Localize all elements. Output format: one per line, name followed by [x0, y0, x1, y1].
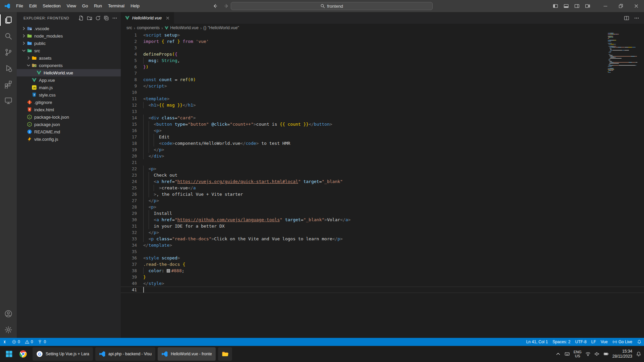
status-errors[interactable]: 0	[9, 338, 22, 346]
new-file-icon[interactable]	[78, 15, 84, 21]
tray-language[interactable]: ENGUS	[574, 350, 582, 358]
code-line: 40</style>	[121, 280, 644, 287]
vue-file-icon	[125, 15, 130, 20]
breadcrumbs: src›components›HelloWorld.vue›{ }"HelloW…	[121, 24, 644, 32]
code-line: 41	[121, 287, 644, 293]
menu-selection[interactable]: Selection	[40, 0, 63, 12]
line-number: 38	[121, 267, 137, 274]
tree-item-helloworld-vue[interactable]: HelloWorld.vue	[17, 69, 121, 76]
activitybar-explorer[interactable]	[0, 12, 17, 28]
status-encoding[interactable]: UTF-8	[573, 338, 589, 346]
toggle-panel-icon[interactable]	[564, 3, 569, 9]
forward-arrow-icon[interactable]	[224, 3, 229, 9]
split-editor-icon[interactable]	[624, 15, 629, 21]
code-line: 30 <a href="https://github.com/vuejs/lan…	[121, 217, 644, 223]
line-number: 37	[121, 261, 137, 267]
toggle-secondary-sidebar-icon[interactable]	[574, 3, 580, 9]
tree-item--gitignore[interactable]: .gitignore	[17, 99, 121, 106]
status-cursor-position[interactable]: Ln 41, Col 1	[524, 338, 550, 346]
refresh-icon[interactable]	[95, 15, 101, 21]
activitybar-search[interactable]	[0, 28, 17, 44]
tree-item-src[interactable]: </>src	[17, 47, 121, 54]
activitybar-accounts[interactable]	[0, 306, 17, 322]
back-arrow-icon[interactable]	[213, 3, 218, 9]
tree-item--vscode[interactable]: .vscode	[17, 25, 121, 32]
status-go-live[interactable]: Go Live	[610, 338, 635, 346]
status-warnings[interactable]: 0	[22, 338, 36, 346]
activitybar-extensions[interactable]	[0, 76, 17, 93]
tree-item-readme-md[interactable]: iREADME.md	[17, 128, 121, 135]
code-line: 36<style scoped>	[121, 255, 644, 261]
tab-close-icon[interactable]	[165, 16, 170, 20]
tray-wifi-icon[interactable]	[585, 351, 591, 357]
breadcrumb-item[interactable]: HelloWorld.vue	[164, 25, 199, 30]
tray-volume-icon[interactable]	[594, 351, 600, 357]
toggle-sidebar-icon[interactable]	[553, 3, 558, 9]
menu-view[interactable]: View	[64, 0, 79, 12]
menu-terminal[interactable]: Terminal	[105, 0, 127, 12]
status-indentation[interactable]: Spaces: 2	[550, 338, 573, 346]
menu-run[interactable]: Run	[91, 0, 105, 12]
explorer-window[interactable]	[218, 347, 232, 361]
tray-bell-icon[interactable]	[636, 351, 641, 357]
tray-keyboard-icon[interactable]	[565, 351, 570, 357]
code-line: 39}	[121, 274, 644, 280]
close-button[interactable]	[629, 0, 644, 12]
tree-item-node-modules[interactable]: node_modules	[17, 32, 121, 40]
tree-item-package-lock-json[interactable]: jspackage-lock.json	[17, 113, 121, 121]
status-ports[interactable]: 0	[35, 338, 48, 346]
status-eol[interactable]: LF	[589, 338, 598, 346]
tray-chev-up-icon[interactable]	[555, 351, 561, 357]
activitybar-settings[interactable]	[0, 322, 17, 338]
minimap[interactable]	[608, 33, 639, 74]
vscode-folder-icon	[26, 26, 32, 31]
vue-icon	[164, 26, 169, 30]
restore-button[interactable]	[613, 0, 629, 12]
tree-item-vite-config-js[interactable]: vite.config.js	[17, 135, 121, 143]
menu-help[interactable]: Help	[127, 0, 143, 12]
line-number: 40	[121, 280, 137, 287]
code-editor[interactable]: 1<script setup>2import { ref } from 'vue…	[121, 32, 644, 338]
customize-layout-icon[interactable]	[585, 3, 590, 9]
menu-go[interactable]: Go	[79, 0, 91, 12]
vscode-backend-window[interactable]: api.php - backend - Visu	[95, 347, 155, 361]
status-language-mode[interactable]: Vue	[598, 338, 610, 346]
minimize-button[interactable]	[598, 0, 613, 12]
breadcrumb-item[interactable]: components	[137, 25, 160, 30]
editor-more-actions-icon[interactable]	[634, 15, 639, 21]
tree-item-package-json[interactable]: jspackage.json	[17, 121, 121, 128]
tree-item-assets[interactable]: assets	[17, 54, 121, 62]
vscode-frontend-window[interactable]: HelloWorld.vue - fronte	[158, 347, 216, 361]
start-button[interactable]	[2, 347, 16, 361]
tree-item-public[interactable]: public	[17, 40, 121, 47]
activitybar-source-control[interactable]	[0, 44, 17, 60]
activitybar-remote-explorer[interactable]	[0, 93, 17, 109]
code-line: 18 <code>components/HelloWorld.vue</code…	[121, 140, 644, 146]
tree-item-style-css[interactable]: 3style.css	[17, 91, 121, 99]
more-icon[interactable]	[112, 15, 117, 21]
new-folder-icon[interactable]	[87, 15, 92, 21]
menu-file[interactable]: File	[13, 0, 26, 12]
tree-item-index-html[interactable]: 5index.html	[17, 106, 121, 113]
tree-item-app-vue[interactable]: App.vue	[17, 76, 121, 84]
breadcrumb-item[interactable]: src	[126, 25, 132, 30]
breadcrumb-item[interactable]: { }"HelloWorld.vue"	[203, 25, 239, 30]
code-line: 38 color: #888;	[121, 267, 644, 274]
code-line: 5 msg: String,	[121, 57, 644, 64]
line-number: 18	[121, 140, 137, 146]
collapse-all-icon[interactable]	[104, 15, 109, 21]
tree-item-components[interactable]: components	[17, 62, 121, 69]
tab-helloworld[interactable]: HelloWorld.vue	[121, 12, 174, 24]
status-remote[interactable]	[0, 338, 9, 346]
tree-item-main-js[interactable]: JSmain.js	[17, 84, 121, 91]
chrome-pinned-icon[interactable]	[16, 347, 30, 361]
status-notifications[interactable]	[635, 338, 644, 346]
code-line: 16 <p>	[121, 127, 644, 134]
menu-edit[interactable]: Edit	[26, 0, 40, 12]
tray-clock[interactable]: 15:3428/11/2023	[612, 349, 632, 359]
command-center-search[interactable]: frontend	[231, 2, 433, 10]
tray-battery-icon[interactable]	[603, 351, 609, 357]
activitybar-run-debug[interactable]	[0, 60, 17, 76]
chrome-window[interactable]: GSetting Up Vue.js + Lara	[33, 347, 93, 361]
editor-scrollbar[interactable]	[639, 32, 644, 338]
